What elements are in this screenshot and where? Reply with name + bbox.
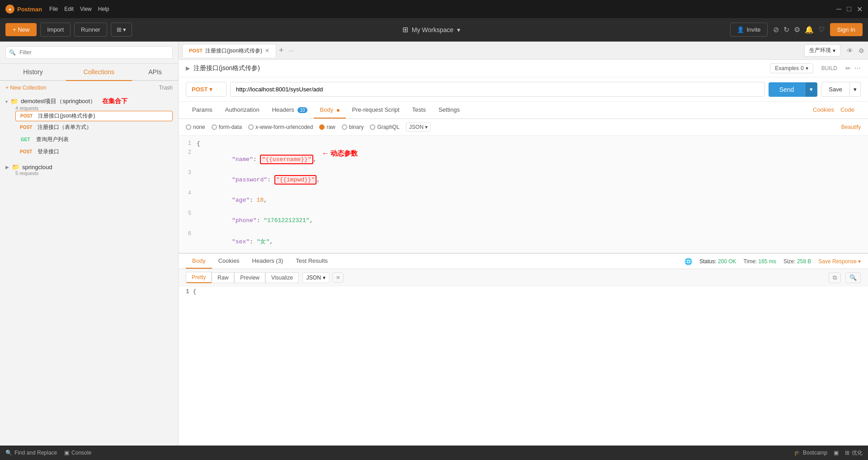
environment-selector[interactable]: 生产环境 ▾	[804, 44, 840, 57]
close-icon[interactable]: ✕	[857, 5, 863, 14]
file-menu[interactable]: File	[49, 6, 58, 12]
workspace-icon: ⊞	[402, 25, 408, 34]
save-response-button[interactable]: Save Response ▾	[818, 258, 861, 265]
tab-tests[interactable]: Tests	[406, 102, 432, 119]
body-dot	[337, 109, 340, 112]
examples-button[interactable]: Examples 0 ▾	[770, 63, 813, 73]
tab-pre-request[interactable]: Pre-request Script	[346, 102, 406, 119]
collection-header-demotest[interactable]: ▾ 📁 demotest项目（springboot） 在集合下	[5, 97, 173, 105]
radio-graphql-circle	[370, 124, 375, 130]
view-menu[interactable]: View	[80, 6, 92, 12]
edit-icon[interactable]: ✏	[845, 65, 851, 72]
request-item-register-json[interactable]: POST 注册接口(json格式传参)	[15, 111, 173, 121]
radio-form-data-circle	[212, 124, 217, 130]
invite-button[interactable]: 👤 Invite	[730, 23, 767, 37]
eye-icon[interactable]: 👁	[847, 47, 853, 54]
body-type-options: none form-data x-www-form-urlencoded raw…	[179, 119, 868, 136]
url-input[interactable]	[230, 82, 765, 97]
collapse-button[interactable]: ▶	[186, 65, 190, 71]
layout-toggle-button[interactable]: ▣	[834, 449, 839, 457]
response-format-select[interactable]: JSON ▾	[302, 272, 330, 283]
more-icon[interactable]: ⋯	[854, 65, 861, 72]
save-dropdown-button[interactable]: ▾	[850, 82, 861, 97]
code-line-2: 2 "name": "{{username}}", ← 动态参数	[179, 149, 868, 170]
heart-icon[interactable]: ♡	[818, 25, 825, 34]
tab-history[interactable]: History	[0, 64, 66, 80]
tab-headers[interactable]: Headers 10	[266, 102, 314, 119]
find-replace-button[interactable]: 🔍 Find and Replace	[5, 450, 57, 456]
new-button[interactable]: + New	[5, 23, 37, 36]
import-button[interactable]: Import	[40, 23, 71, 37]
radio-raw[interactable]: raw	[319, 124, 335, 130]
request-item-query-users[interactable]: GET 查询用户列表	[15, 133, 173, 146]
search-input[interactable]	[5, 46, 173, 59]
resp-tab-headers[interactable]: Headers (3)	[246, 254, 290, 269]
save-button[interactable]: Save	[821, 82, 850, 97]
satellite-icon[interactable]: ⊘	[773, 25, 779, 34]
sync-icon[interactable]: ↻	[783, 25, 789, 34]
send-button[interactable]: Send	[769, 82, 805, 97]
tab-params[interactable]: Params	[186, 102, 219, 119]
trash-button[interactable]: Trash	[159, 85, 173, 91]
minimize-icon[interactable]: ─	[836, 5, 841, 14]
tab-body[interactable]: Body	[314, 102, 346, 119]
examples-chevron-icon: ▾	[806, 65, 808, 71]
globe-icon[interactable]: 🌐	[684, 258, 692, 265]
workspace-selector[interactable]: ⊞ My Workspace ▾	[402, 25, 460, 34]
tab-collections[interactable]: Collections	[66, 64, 132, 81]
method-badge-post: POST	[18, 124, 34, 130]
collection-name-demotest: demotest项目（springboot）	[21, 97, 96, 105]
code-link[interactable]: Code	[834, 102, 861, 119]
maximize-icon[interactable]: □	[847, 5, 851, 14]
method-select[interactable]: POST ▾	[186, 82, 226, 97]
resp-out-raw[interactable]: Raw	[212, 272, 234, 283]
collection-header-springcloud[interactable]: ▶ 📁 springcloud	[5, 163, 173, 171]
signin-button[interactable]: Sign In	[830, 23, 863, 36]
request-tab-active[interactable]: POST 注册接口(json格式传参) ✕	[182, 44, 276, 57]
settings-icon[interactable]: ⚙	[794, 25, 800, 34]
console-button[interactable]: ▣ Console	[64, 450, 91, 456]
radio-urlencoded[interactable]: x-www-form-urlencoded	[248, 124, 313, 130]
resp-out-pretty[interactable]: Pretty	[186, 272, 212, 283]
tab-apis[interactable]: APIs	[132, 64, 178, 80]
cookies-link[interactable]: Cookies	[813, 102, 834, 119]
radio-binary[interactable]: binary	[342, 124, 364, 130]
radio-form-data[interactable]: form-data	[212, 124, 242, 130]
size-value: 258 B	[797, 258, 811, 265]
radio-graphql[interactable]: GraphQL	[370, 124, 399, 130]
runner-status-icon[interactable]: ⊞ 优化	[845, 449, 863, 457]
tab-close-icon[interactable]: ✕	[265, 47, 269, 54]
new-collection-button[interactable]: + New Collection	[5, 85, 46, 91]
help-menu[interactable]: Help	[98, 6, 109, 12]
layout-button[interactable]: ⊞ ▾	[111, 23, 132, 37]
search-response-icon[interactable]: 🔍	[845, 272, 861, 283]
settings-icon[interactable]: ⚙	[859, 47, 864, 54]
notification-icon[interactable]: 🔔	[805, 25, 814, 34]
copy-icon[interactable]: ⧉	[829, 272, 841, 283]
tab-authorization[interactable]: Authorization	[219, 102, 266, 119]
tab-more-button[interactable]: ···	[286, 47, 296, 54]
json-format-select[interactable]: JSON ▾	[406, 123, 431, 132]
bootcamp-button[interactable]: 🎓 Bootcamp	[794, 449, 827, 457]
runner-button[interactable]: Runner	[74, 23, 107, 37]
request-item-register-form[interactable]: POST 注册接口（表单方式）	[15, 121, 173, 133]
resp-tab-body[interactable]: Body	[186, 254, 212, 269]
env-label: 生产环境	[809, 47, 831, 54]
method-badge-post: POST	[18, 149, 34, 155]
build-button[interactable]: BUILD	[817, 64, 842, 73]
examples-label: Examples	[775, 65, 799, 71]
tab-add-button[interactable]: +	[276, 46, 287, 55]
resp-out-visualize[interactable]: Visualize	[265, 272, 299, 283]
send-dropdown-button[interactable]: ▾	[805, 82, 817, 97]
radio-none[interactable]: none	[186, 124, 205, 130]
beautify-button[interactable]: Beautify	[841, 124, 861, 130]
resp-tab-cookies[interactable]: Cookies	[212, 254, 246, 269]
resp-out-preview[interactable]: Preview	[234, 272, 265, 283]
tab-settings[interactable]: Settings	[432, 102, 466, 119]
edit-menu[interactable]: Edit	[64, 6, 74, 12]
request-item-login[interactable]: POST 登录接口	[15, 146, 173, 158]
format-list-icon[interactable]: ≡	[332, 272, 344, 283]
code-editor[interactable]: 1 { 2 "name": "{{username}}", ← 动态参数 3 "	[179, 136, 868, 253]
resp-tab-test-results[interactable]: Test Results	[289, 254, 334, 269]
method-chevron-icon: ▾	[209, 86, 212, 93]
